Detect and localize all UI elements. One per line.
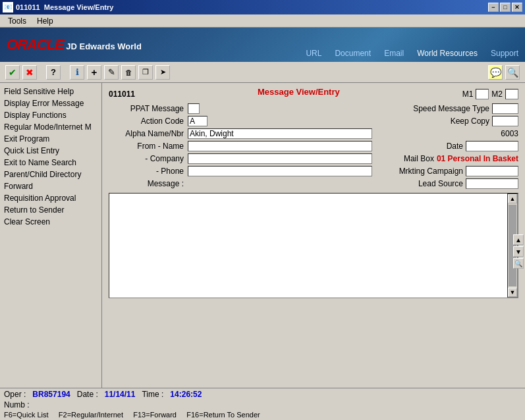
message-area-wrapper: ▲ ▼	[109, 193, 518, 298]
phone-row: - Phone Mrkting Campaign	[109, 166, 518, 176]
copy-button[interactable]: ❐	[138, 65, 153, 80]
action-row: Action Code Keep Copy	[109, 116, 518, 126]
right-scroll-zoom[interactable]: 🔍	[513, 258, 524, 269]
date-input[interactable]	[466, 141, 518, 151]
phone-label: - Phone	[109, 167, 188, 176]
scroll-down[interactable]: ▼	[508, 288, 517, 297]
date-label: Date	[447, 142, 463, 151]
f13-key: F13=Forward	[133, 411, 177, 419]
sidebar-exit-program[interactable]: Exit Program	[0, 133, 101, 145]
nav-email[interactable]: Email	[384, 49, 404, 58]
scroll-up[interactable]: ▲	[508, 194, 517, 203]
alpha-input[interactable]	[188, 128, 372, 139]
sidebar-requisition-approval[interactable]: Requisition Approval	[0, 192, 101, 204]
search-button[interactable]: 🔍	[505, 65, 520, 80]
status-bar: Oper : BR857194 Date : 11/14/11 Time : 1…	[0, 388, 525, 420]
delete-button[interactable]: 🗑	[121, 65, 136, 80]
keep-copy-input[interactable]	[492, 116, 518, 126]
app-icon: 📧	[3, 2, 13, 13]
nav-document[interactable]: Document	[335, 49, 371, 58]
close-button[interactable]: ✕	[512, 3, 522, 12]
from-name-row: From - Name Date	[109, 141, 518, 151]
from-name-input[interactable]	[188, 141, 372, 151]
info-button[interactable]: ℹ	[70, 65, 84, 80]
message-textarea[interactable]	[109, 194, 507, 298]
action-input[interactable]	[188, 116, 207, 126]
speed-msg-input[interactable]	[492, 103, 518, 114]
oper-label: Oper :	[4, 390, 26, 399]
m2-input[interactable]	[505, 89, 518, 99]
time-value: 14:26:52	[170, 390, 202, 399]
lead-label: Lead Source	[418, 179, 463, 188]
right-scroll-buttons: ▲ ▼ 🔍	[513, 234, 524, 269]
sidebar-exit-name-search[interactable]: Exit to Name Search	[0, 157, 101, 169]
nav-support[interactable]: Support	[491, 49, 518, 58]
keep-copy-label: Keep Copy	[451, 117, 489, 126]
mrkting-label: Mrkting Campaign	[399, 167, 463, 176]
mrkting-input[interactable]	[466, 166, 518, 176]
window-controls: − □ ✕	[488, 3, 522, 12]
ppat-row: PPAT Message Speed Message Type	[109, 103, 518, 114]
time-label: Time :	[142, 390, 163, 399]
sidebar-clear-screen[interactable]: Clear Screen	[0, 216, 101, 228]
sidebar-display-error-message[interactable]: Display Error Message	[0, 97, 101, 109]
content-area: 011011 Message View/Entry M1 M2 PPAT Mes…	[102, 83, 525, 420]
speed-msg-label: Speed Message Type	[413, 104, 489, 113]
company-label: - Company	[109, 154, 188, 163]
date-label: Date :	[77, 390, 98, 399]
from-name-label: From - Name	[109, 142, 188, 151]
mail-box-value: 01 Personal In Basket	[437, 154, 518, 163]
title-text: 011011 Message View/Entry	[16, 3, 488, 11]
nav-world-resources[interactable]: World Resources	[417, 49, 478, 58]
sidebar-quick-list[interactable]: Quick List Entry	[0, 145, 101, 157]
minimize-button[interactable]: −	[488, 3, 499, 12]
numb-label: Numb :	[4, 400, 30, 409]
menu-bar: Tools Help	[0, 14, 525, 28]
nav-url[interactable]: URL	[306, 49, 321, 58]
right-scroll-up[interactable]: ▲	[513, 234, 524, 245]
sidebar-regular-mode[interactable]: Regular Mode/Internet M	[0, 121, 101, 133]
message-label: Message :	[109, 179, 188, 188]
main-container: Field Sensitive Help Display Error Messa…	[0, 83, 525, 420]
jd-text: JD Edwards World	[66, 41, 142, 51]
add-button[interactable]: +	[87, 65, 101, 80]
menu-help[interactable]: Help	[32, 15, 59, 27]
alpha-label: Alpha Name/Nbr	[109, 129, 188, 138]
company-input[interactable]	[188, 153, 372, 164]
ppat-label: PPAT Message	[109, 104, 188, 113]
message-label-row: Message : Lead Source	[109, 178, 518, 189]
alpha-row: Alpha Name/Nbr 6003	[109, 128, 518, 139]
action-label: Action Code	[109, 117, 188, 126]
mail-box-label: Mail Box	[404, 154, 434, 163]
oracle-header: ORACLE JD Edwards World URL Document Ema…	[0, 28, 525, 62]
oracle-logo: ORACLE JD Edwards World	[7, 36, 142, 53]
header-nav: URL Document Email World Resources Suppo…	[306, 49, 518, 58]
right-scroll-down[interactable]: ▼	[513, 246, 524, 257]
paste-button[interactable]: ➤	[155, 65, 170, 80]
sidebar-return-to-sender[interactable]: Return to Sender	[0, 204, 101, 216]
m1-label: M1	[462, 90, 474, 99]
form-title: Message View/Entry	[135, 87, 462, 97]
chat-button[interactable]: 💬	[488, 65, 503, 80]
f16-key: F16=Return To Sender	[186, 411, 260, 419]
nbr-value: 6003	[501, 129, 518, 138]
maximize-button[interactable]: □	[500, 3, 511, 12]
cancel-button[interactable]: ✖	[22, 65, 37, 80]
lead-input[interactable]	[466, 178, 518, 189]
sidebar-parent-child[interactable]: Parent/Child Directory	[0, 169, 101, 180]
edit-button[interactable]: ✎	[104, 65, 119, 80]
title-bar: 📧 011011 Message View/Entry − □ ✕	[0, 0, 525, 14]
menu-tools[interactable]: Tools	[3, 15, 32, 27]
phone-input[interactable]	[188, 166, 372, 176]
ppat-input[interactable]	[188, 103, 200, 114]
company-row: - Company Mail Box 01 Personal In Basket	[109, 153, 518, 164]
sidebar: Field Sensitive Help Display Error Messa…	[0, 83, 102, 420]
sidebar-forward[interactable]: Forward	[0, 180, 101, 192]
toolbar: ✔ ✖ ? ℹ + ✎ 🗑 ❐ ➤ 💬 🔍	[0, 62, 525, 83]
sidebar-display-functions[interactable]: Display Functions	[0, 109, 101, 121]
ok-button[interactable]: ✔	[5, 65, 20, 80]
sidebar-field-sensitive-help[interactable]: Field Sensitive Help	[0, 86, 101, 97]
m2-label: M2	[491, 90, 503, 99]
m1-input[interactable]	[476, 89, 489, 99]
help-button[interactable]: ?	[46, 65, 61, 80]
